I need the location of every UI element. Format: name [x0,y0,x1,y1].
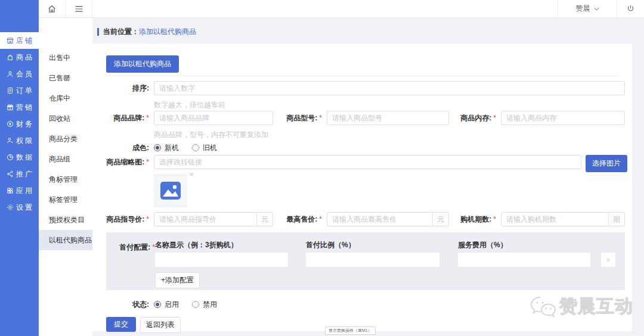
choose-image-button[interactable]: 选择图片 [586,155,627,172]
breadcrumb-current-link[interactable]: 添加以租代购商品 [139,27,196,37]
add-rent-to-own-button[interactable]: 添加以租代购商品 [106,55,179,73]
sidebar-item-label: 权限 [16,136,34,146]
sidebar-item-settings[interactable]: 设置 [0,199,39,216]
sidebar-item-label: 应用 [16,186,34,196]
submenu-item-in-stock[interactable]: 仓库中 [39,88,92,108]
breadcrumb-bar [97,28,99,36]
brand-help-text: 商品品牌，型号，内存不可重复添加 [154,130,268,140]
sidebar-item-permissions[interactable]: 权限 [0,132,39,149]
thumbnail-label: 商品缩略图:* [92,155,149,169]
dp-name-column-label: 名称显示（例：3折购机） [155,240,238,250]
sidebar-item-label: 会员 [16,69,34,79]
sidebar-item-orders[interactable]: 订单 [0,82,39,99]
model-label: 商品型号:* [271,111,322,125]
radio-dot-icon [154,301,161,308]
sidebar-item-marketing[interactable]: 营销 [0,99,39,116]
sidebar-item-goods[interactable]: 商品 [0,49,39,66]
sidebar-item-label: 设置 [16,203,34,213]
dp-name-input[interactable] [155,253,288,267]
required-asterisk: * [146,158,149,166]
status-radio-group: 启用 禁用 [154,300,217,309]
finance-icon [7,120,14,127]
sidebar-item-label: 推广 [16,169,34,179]
submenu-item-product-group[interactable]: 商品组 [39,149,92,169]
thumbnail-preview[interactable] [154,174,187,207]
sort-input[interactable] [154,81,625,95]
guide-price-label: 商品指导价:* [92,212,149,226]
submenu-item-sold-out[interactable]: 已售罄 [39,68,92,88]
sort-label: 排序: [92,81,149,95]
sidebar-item-promotion[interactable]: 推广 [0,166,39,182]
sidebar-item-finance[interactable]: 财务 [0,116,39,132]
max-price-input-group: 元 [327,212,449,226]
logout-button[interactable] [617,0,644,17]
secondary-sidebar: 出售中 已售罄 仓库中 回收站 商品分类 商品组 角标管理 标签管理 预授权类目… [39,18,92,336]
sort-help-text: 数字越大，排位越靠前 [154,100,225,110]
user-menu[interactable]: 赞晨 [558,0,617,17]
submenu-item-on-sale[interactable]: 出售中 [39,48,92,68]
guide-price-input-group: 元 [154,212,273,226]
sidebar-item-members[interactable]: 会员 [0,66,39,82]
topbar-spacer [92,0,558,17]
breadcrumb-label: 当前位置： [103,27,139,37]
home-button[interactable] [39,0,66,17]
memory-input[interactable] [501,111,625,125]
sidebar-item-label: 财务 [16,119,34,129]
status-radio-disabled[interactable]: 禁用 [192,300,217,310]
chevron-down-icon [594,7,599,11]
submit-button[interactable]: 提交 [106,317,136,332]
condition-radio-used[interactable]: 旧机 [192,143,217,153]
dp-fee-column-label: 服务费用（%） [458,240,507,250]
dp-ratio-column-label: 首付比例（%） [306,240,355,250]
condition-radio-new[interactable]: 新机 [154,143,179,153]
user-name: 赞晨 [576,4,590,14]
condition-radio-group: 新机 旧机 [154,143,217,153]
sidebar-item-label: 数据 [16,153,34,163]
main-content: 当前位置： 添加以租代购商品 添加以租代购商品 排序: 数字越大，排位越靠前 商… [92,18,644,336]
sidebar-item-label: 商品 [16,52,34,63]
remove-config-button[interactable]: × [601,253,615,267]
required-asterisk: * [493,114,496,122]
sidebar-item-shop[interactable]: 店铺 [0,32,39,49]
add-config-button[interactable]: +添加配置 [155,272,200,288]
member-icon [7,70,14,77]
back-to-list-button[interactable]: 返回列表 [140,317,181,333]
guide-price-input[interactable] [154,213,256,226]
dp-ratio-input[interactable] [306,253,439,267]
hamburger-icon [75,5,83,13]
submenu-item-recycle-bin[interactable]: 回收站 [39,108,92,129]
required-asterisk: * [146,114,149,122]
required-asterisk: * [146,215,149,223]
brand-input[interactable] [154,111,273,125]
submenu-item-badge-mgmt[interactable]: 角标管理 [39,169,92,189]
submenu-item-tag-mgmt[interactable]: 标签管理 [39,189,92,210]
required-asterisk: * [319,114,322,122]
remove-thumbnail-button[interactable]: × [187,170,196,179]
collapse-menu-button[interactable] [66,0,92,17]
home-icon [48,5,56,13]
radio-dot-icon [192,301,199,308]
permission-icon [7,137,14,144]
submenu-item-preauth[interactable]: 预授权类目 [39,210,92,230]
divider [106,76,619,76]
share-icon [7,170,14,178]
primary-sidebar: 店铺 商品 会员 订单 营销 财务 权限 数据 [0,0,39,336]
sidebar-item-label: 营销 [16,102,34,113]
model-input[interactable] [327,111,449,125]
max-price-input[interactable] [327,213,432,226]
required-asterisk: * [493,215,496,223]
periods-input-group: 期 [501,212,625,226]
settings-gear-icon [7,204,14,211]
dp-fee-input[interactable] [458,253,590,267]
sidebar-item-data[interactable]: 数据 [0,149,39,166]
periods-input[interactable] [501,213,608,226]
sidebar-item-apps[interactable]: 应用 [0,182,39,199]
submenu-item-categories[interactable]: 商品分类 [39,129,92,149]
submenu-item-rent-to-own[interactable]: 以租代购商品 [39,230,92,250]
primary-sidebar-items: 店铺 商品 会员 订单 营销 财务 权限 数据 [0,32,39,216]
thumbnail-link-input[interactable] [154,155,581,169]
status-radio-enabled[interactable]: 启用 [154,300,179,310]
sidebar-item-label: 订单 [16,86,34,96]
goods-bag-icon [7,54,14,61]
order-icon [7,87,14,94]
